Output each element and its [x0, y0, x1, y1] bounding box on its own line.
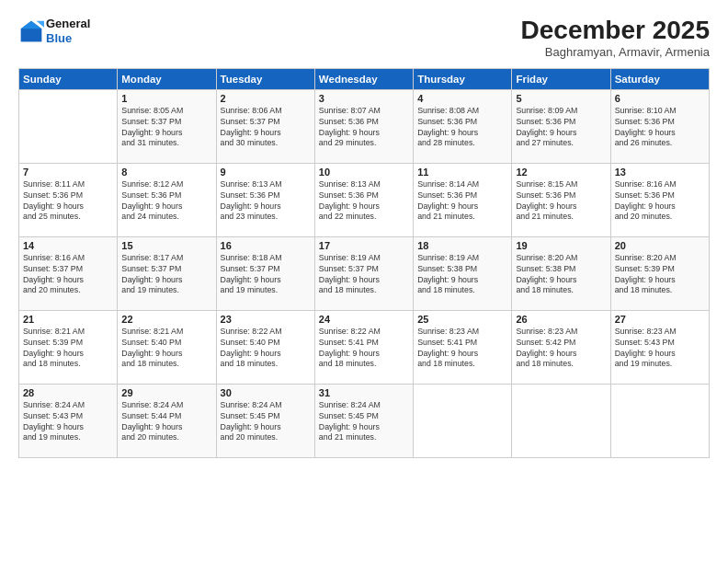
cell-info: Sunrise: 8:13 AM Sunset: 5:36 PM Dayligh… [319, 179, 409, 224]
col-saturday: Saturday [610, 68, 709, 89]
cell-info: Sunrise: 8:24 AM Sunset: 5:45 PM Dayligh… [221, 400, 311, 444]
weekday-row: Sunday Monday Tuesday Wednesday Thursday… [19, 68, 710, 89]
day-number: 23 [221, 314, 311, 325]
location-subtitle: Baghramyan, Armavir, Armenia [521, 45, 710, 59]
cell-info: Sunrise: 8:10 AM Sunset: 5:36 PM Dayligh… [615, 106, 705, 150]
day-number: 15 [121, 240, 211, 251]
day-number: 18 [417, 240, 507, 251]
cell-info: Sunrise: 8:15 AM Sunset: 5:36 PM Dayligh… [516, 179, 606, 224]
calendar-cell: 30Sunrise: 8:24 AM Sunset: 5:45 PM Dayli… [216, 384, 314, 457]
cell-info: Sunrise: 8:05 AM Sunset: 5:37 PM Dayligh… [121, 106, 211, 150]
calendar-cell: 27Sunrise: 8:23 AM Sunset: 5:43 PM Dayli… [610, 310, 709, 384]
calendar-cell: 7Sunrise: 8:11 AM Sunset: 5:36 PM Daylig… [19, 163, 118, 236]
day-number: 2 [221, 93, 311, 104]
cell-info: Sunrise: 8:24 AM Sunset: 5:44 PM Dayligh… [121, 400, 211, 444]
day-number: 13 [615, 167, 705, 178]
day-number: 6 [615, 93, 705, 104]
cell-info: Sunrise: 8:14 AM Sunset: 5:36 PM Dayligh… [417, 179, 507, 224]
day-number: 1 [121, 93, 211, 104]
calendar-week-4: 21Sunrise: 8:21 AM Sunset: 5:39 PM Dayli… [19, 310, 710, 384]
calendar-cell: 15Sunrise: 8:17 AM Sunset: 5:37 PM Dayli… [118, 236, 216, 310]
calendar-cell: 14Sunrise: 8:16 AM Sunset: 5:37 PM Dayli… [19, 236, 118, 310]
calendar-header: Sunday Monday Tuesday Wednesday Thursday… [19, 68, 710, 89]
cell-info: Sunrise: 8:20 AM Sunset: 5:39 PM Dayligh… [615, 253, 705, 297]
calendar-cell: 18Sunrise: 8:19 AM Sunset: 5:38 PM Dayli… [414, 236, 512, 310]
calendar-cell: 11Sunrise: 8:14 AM Sunset: 5:36 PM Dayli… [414, 163, 512, 236]
day-number: 19 [516, 240, 606, 251]
day-number: 30 [221, 387, 311, 398]
day-number: 27 [615, 314, 705, 325]
calendar-cell: 22Sunrise: 8:21 AM Sunset: 5:40 PM Dayli… [118, 310, 216, 384]
day-number: 20 [615, 240, 705, 251]
cell-info: Sunrise: 8:11 AM Sunset: 5:36 PM Dayligh… [23, 179, 113, 224]
calendar-body: 1Sunrise: 8:05 AM Sunset: 5:37 PM Daylig… [19, 89, 710, 457]
day-number: 8 [121, 167, 211, 178]
col-wednesday: Wednesday [314, 68, 413, 89]
calendar-cell: 24Sunrise: 8:22 AM Sunset: 5:41 PM Dayli… [314, 310, 413, 384]
cell-info: Sunrise: 8:13 AM Sunset: 5:36 PM Dayligh… [221, 179, 311, 224]
calendar-table: Sunday Monday Tuesday Wednesday Thursday… [18, 68, 710, 458]
calendar-cell: 26Sunrise: 8:23 AM Sunset: 5:42 PM Dayli… [512, 310, 610, 384]
day-number: 5 [516, 93, 606, 104]
cell-info: Sunrise: 8:21 AM Sunset: 5:40 PM Dayligh… [121, 327, 211, 371]
cell-info: Sunrise: 8:23 AM Sunset: 5:42 PM Dayligh… [516, 327, 606, 371]
logo-text-block: General Blue [46, 17, 90, 45]
calendar-cell: 31Sunrise: 8:24 AM Sunset: 5:45 PM Dayli… [314, 384, 413, 457]
calendar-week-1: 1Sunrise: 8:05 AM Sunset: 5:37 PM Daylig… [19, 89, 710, 163]
header: General Blue December 2025 Baghramyan, A… [18, 17, 710, 59]
day-number: 9 [221, 167, 311, 178]
calendar-cell: 9Sunrise: 8:13 AM Sunset: 5:36 PM Daylig… [216, 163, 314, 236]
cell-info: Sunrise: 8:16 AM Sunset: 5:36 PM Dayligh… [615, 179, 705, 224]
logo-line2: Blue [46, 31, 90, 46]
day-number: 4 [417, 93, 507, 104]
cell-info: Sunrise: 8:19 AM Sunset: 5:38 PM Dayligh… [417, 253, 507, 297]
logo-icon [18, 18, 44, 44]
calendar-cell [512, 384, 610, 457]
calendar-cell: 28Sunrise: 8:24 AM Sunset: 5:43 PM Dayli… [19, 384, 118, 457]
calendar-cell: 8Sunrise: 8:12 AM Sunset: 5:36 PM Daylig… [118, 163, 216, 236]
calendar-cell [414, 384, 512, 457]
calendar-week-3: 14Sunrise: 8:16 AM Sunset: 5:37 PM Dayli… [19, 236, 710, 310]
cell-info: Sunrise: 8:20 AM Sunset: 5:38 PM Dayligh… [516, 253, 606, 297]
calendar-cell: 25Sunrise: 8:23 AM Sunset: 5:41 PM Dayli… [414, 310, 512, 384]
cell-info: Sunrise: 8:07 AM Sunset: 5:36 PM Dayligh… [319, 106, 409, 150]
cell-info: Sunrise: 8:12 AM Sunset: 5:36 PM Dayligh… [121, 179, 211, 224]
cell-info: Sunrise: 8:21 AM Sunset: 5:39 PM Dayligh… [23, 327, 113, 371]
calendar-cell: 20Sunrise: 8:20 AM Sunset: 5:39 PM Dayli… [610, 236, 709, 310]
svg-rect-2 [21, 29, 41, 41]
col-thursday: Thursday [414, 68, 512, 89]
cell-info: Sunrise: 8:06 AM Sunset: 5:37 PM Dayligh… [221, 106, 311, 150]
col-monday: Monday [118, 68, 216, 89]
day-number: 25 [417, 314, 507, 325]
day-number: 17 [319, 240, 409, 251]
calendar-cell: 29Sunrise: 8:24 AM Sunset: 5:44 PM Dayli… [118, 384, 216, 457]
cell-info: Sunrise: 8:22 AM Sunset: 5:40 PM Dayligh… [221, 327, 311, 371]
calendar-cell: 13Sunrise: 8:16 AM Sunset: 5:36 PM Dayli… [610, 163, 709, 236]
cell-info: Sunrise: 8:24 AM Sunset: 5:43 PM Dayligh… [23, 400, 113, 444]
calendar-cell: 2Sunrise: 8:06 AM Sunset: 5:37 PM Daylig… [216, 89, 314, 163]
day-number: 26 [516, 314, 606, 325]
day-number: 10 [319, 167, 409, 178]
logo-line1: General [46, 17, 90, 31]
calendar-cell: 1Sunrise: 8:05 AM Sunset: 5:37 PM Daylig… [118, 89, 216, 163]
calendar-cell: 12Sunrise: 8:15 AM Sunset: 5:36 PM Dayli… [512, 163, 610, 236]
calendar-cell: 21Sunrise: 8:21 AM Sunset: 5:39 PM Dayli… [19, 310, 118, 384]
day-number: 14 [23, 240, 113, 251]
cell-info: Sunrise: 8:17 AM Sunset: 5:37 PM Dayligh… [121, 253, 211, 297]
calendar-cell: 5Sunrise: 8:09 AM Sunset: 5:36 PM Daylig… [512, 89, 610, 163]
day-number: 21 [23, 314, 113, 325]
day-number: 12 [516, 167, 606, 178]
cell-info: Sunrise: 8:23 AM Sunset: 5:43 PM Dayligh… [615, 327, 705, 371]
cell-info: Sunrise: 8:22 AM Sunset: 5:41 PM Dayligh… [319, 327, 409, 371]
cell-info: Sunrise: 8:23 AM Sunset: 5:41 PM Dayligh… [417, 327, 507, 371]
calendar-week-2: 7Sunrise: 8:11 AM Sunset: 5:36 PM Daylig… [19, 163, 710, 236]
calendar-cell: 3Sunrise: 8:07 AM Sunset: 5:36 PM Daylig… [314, 89, 413, 163]
title-block: December 2025 Baghramyan, Armavir, Armen… [521, 17, 710, 59]
calendar-cell: 17Sunrise: 8:19 AM Sunset: 5:37 PM Dayli… [314, 236, 413, 310]
calendar-cell: 6Sunrise: 8:10 AM Sunset: 5:36 PM Daylig… [610, 89, 709, 163]
calendar-cell [610, 384, 709, 457]
calendar-cell: 19Sunrise: 8:20 AM Sunset: 5:38 PM Dayli… [512, 236, 610, 310]
day-number: 29 [121, 387, 211, 398]
col-tuesday: Tuesday [216, 68, 314, 89]
cell-info: Sunrise: 8:24 AM Sunset: 5:45 PM Dayligh… [319, 400, 409, 444]
